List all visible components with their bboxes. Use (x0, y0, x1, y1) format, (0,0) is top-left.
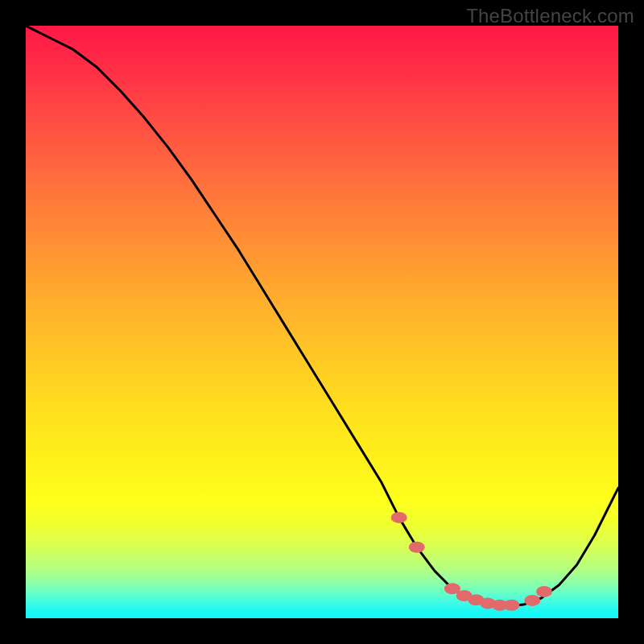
chart-curve-layer (26, 26, 618, 618)
curve-marker (504, 600, 520, 611)
curve-markers (391, 512, 552, 611)
curve-marker (524, 595, 540, 606)
chart-plot-area (26, 26, 618, 618)
curve-marker (391, 512, 407, 523)
watermark-text: TheBottleneck.com (466, 5, 634, 27)
bottleneck-curve (26, 26, 618, 606)
curve-marker (409, 542, 425, 553)
curve-marker (536, 586, 552, 597)
